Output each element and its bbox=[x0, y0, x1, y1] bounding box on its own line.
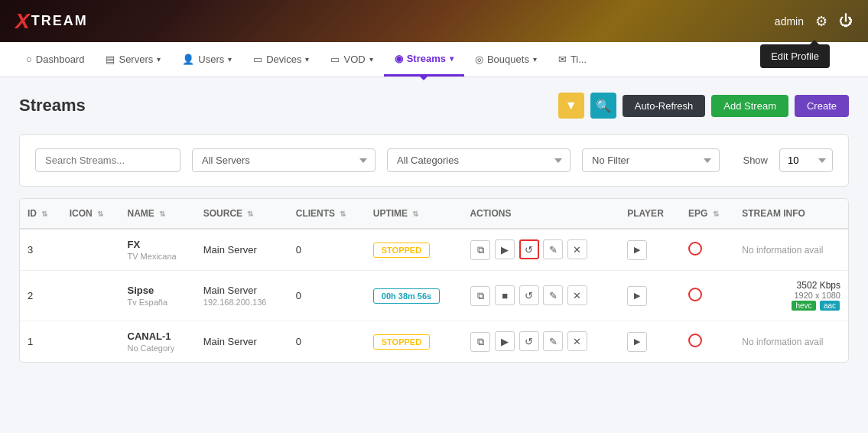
filter-button[interactable]: ▼ bbox=[558, 93, 584, 119]
row-uptime: STOPPED bbox=[366, 229, 463, 271]
logo-tream: TREAM bbox=[31, 13, 88, 29]
delete-action-button[interactable]: ✕ bbox=[567, 285, 587, 305]
col-clients: CLIENTS ⇅ bbox=[288, 199, 366, 229]
nav-bouquets-label: Bouquets bbox=[487, 54, 529, 65]
row-actions: ⧉ ■ ↺ ✎ ✕ bbox=[462, 271, 619, 321]
col-source: SOURCE ⇅ bbox=[196, 199, 288, 229]
devices-icon: ▭ bbox=[253, 54, 262, 65]
row-icon bbox=[62, 229, 120, 271]
nav-users[interactable]: 👤 Users ▾ bbox=[171, 42, 242, 77]
edit-profile-tooltip: Edit Profile bbox=[760, 44, 830, 68]
stream-subtitle: No Category bbox=[128, 343, 188, 353]
nav-dashboard[interactable]: ○ Dashboard bbox=[15, 42, 95, 77]
page-actions: ▼ 🔍 Auto-Refresh Add Stream Create bbox=[558, 93, 849, 119]
table-row: 3 FX TV Mexicana Main Server 0 STOPPED ⧉… bbox=[20, 229, 848, 271]
status-badge: STOPPED bbox=[373, 334, 430, 350]
nav-vod[interactable]: ▭ VOD ▾ bbox=[320, 42, 383, 77]
resolution-value: 1920 x 1080 bbox=[742, 291, 840, 300]
delete-action-button[interactable]: ✕ bbox=[567, 239, 587, 259]
row-clients: 0 bbox=[288, 271, 366, 321]
stream-name: Sipse bbox=[128, 285, 188, 296]
streams-caret-icon: ▾ bbox=[450, 54, 454, 63]
player-play-button[interactable]: ▶ bbox=[627, 332, 647, 352]
show-count-select[interactable]: 10 25 50 100 bbox=[779, 148, 833, 172]
row-name-cell: Sipse Tv España bbox=[120, 271, 196, 321]
categories-filter[interactable]: All Categories bbox=[387, 148, 571, 172]
nav-servers-label: Servers bbox=[119, 54, 153, 65]
nav-devices[interactable]: ▭ Devices ▾ bbox=[242, 42, 320, 77]
users-icon: 👤 bbox=[182, 54, 194, 65]
nav-tickets[interactable]: ✉ Ti... bbox=[548, 42, 597, 77]
power-icon[interactable]: ⏻ bbox=[839, 13, 853, 29]
admin-username: admin bbox=[775, 15, 804, 28]
main-content: Streams ▼ 🔍 Auto-Refresh Add Stream Crea… bbox=[0, 77, 868, 378]
audio-codec-badge: aac bbox=[820, 301, 840, 311]
row-source: Main Server 192.168.200.136 bbox=[196, 271, 288, 321]
row-epg bbox=[681, 321, 734, 363]
row-epg bbox=[681, 229, 734, 271]
restart-action-button[interactable]: ↺ bbox=[519, 285, 539, 305]
edit-action-button[interactable]: ✎ bbox=[543, 285, 563, 305]
restart-action-button[interactable]: ↺ bbox=[519, 331, 539, 351]
source-sort-icon: ⇅ bbox=[247, 210, 253, 218]
play-action-button[interactable]: ▶ bbox=[495, 331, 515, 351]
header-right: admin ⚙ ⏻ bbox=[775, 13, 853, 30]
create-button[interactable]: Create bbox=[795, 95, 849, 117]
servers-caret-icon: ▾ bbox=[157, 55, 161, 63]
nofilter-filter[interactable]: No Filter bbox=[582, 148, 720, 172]
nav-tickets-label: Ti... bbox=[571, 54, 587, 65]
streams-table-container: ID ⇅ ICON ⇅ NAME ⇅ SOURCE ⇅ CLIENTS ⇅ UP… bbox=[19, 198, 849, 363]
nav-vod-label: VOD bbox=[343, 54, 365, 65]
row-uptime: STOPPED bbox=[366, 321, 463, 363]
col-stream-info: STREAM INFO bbox=[734, 199, 848, 229]
row-actions: ⧉ ▶ ↺ ✎ ✕ bbox=[462, 321, 619, 363]
stop-action-button[interactable]: ■ bbox=[495, 285, 515, 305]
col-name: NAME ⇅ bbox=[120, 199, 196, 229]
col-uptime: UPTIME ⇅ bbox=[366, 199, 463, 229]
app-logo: X TREAM bbox=[15, 9, 88, 34]
bouquets-icon: ◎ bbox=[475, 54, 483, 65]
page-title: Streams bbox=[19, 96, 86, 116]
player-play-button[interactable]: ▶ bbox=[627, 286, 647, 306]
nav-dashboard-label: Dashboard bbox=[36, 54, 85, 65]
edit-action-button[interactable]: ✎ bbox=[543, 239, 563, 259]
page-header: Streams ▼ 🔍 Auto-Refresh Add Stream Crea… bbox=[19, 93, 849, 119]
nav-servers[interactable]: ▤ Servers ▾ bbox=[95, 42, 171, 77]
restart-action-button[interactable]: ↺ bbox=[519, 239, 539, 259]
kbps-value: 3502 Kbps bbox=[742, 280, 840, 291]
stream-name: FX bbox=[128, 239, 188, 250]
auto-refresh-button[interactable]: Auto-Refresh bbox=[623, 95, 706, 117]
row-icon bbox=[62, 321, 120, 363]
status-badge: 00h 38m 56s bbox=[373, 288, 440, 304]
bouquets-caret-icon: ▾ bbox=[533, 55, 537, 63]
clients-sort-icon: ⇅ bbox=[340, 210, 346, 218]
copy-action-button[interactable]: ⧉ bbox=[470, 286, 490, 306]
player-play-button[interactable]: ▶ bbox=[627, 240, 647, 260]
search-button[interactable]: 🔍 bbox=[590, 93, 616, 119]
servers-filter[interactable]: All Servers bbox=[192, 148, 375, 172]
stream-subtitle: TV Mexicana bbox=[128, 252, 188, 261]
add-stream-button[interactable]: Add Stream bbox=[711, 95, 788, 117]
copy-action-button[interactable]: ⧉ bbox=[470, 332, 490, 352]
filters-bar: All Servers All Categories No Filter Sho… bbox=[19, 134, 849, 187]
row-id: 3 bbox=[20, 229, 62, 271]
streams-icon: ◉ bbox=[395, 53, 403, 64]
col-id: ID ⇅ bbox=[20, 199, 62, 229]
row-epg bbox=[681, 271, 734, 321]
edit-action-button[interactable]: ✎ bbox=[543, 331, 563, 351]
epg-circle-icon bbox=[688, 242, 702, 256]
col-icon: ICON ⇅ bbox=[62, 199, 120, 229]
nav-users-label: Users bbox=[198, 54, 224, 65]
delete-action-button[interactable]: ✕ bbox=[567, 331, 587, 351]
nav-streams-label: Streams bbox=[407, 53, 446, 64]
copy-action-button[interactable]: ⧉ bbox=[470, 240, 490, 260]
name-sort-icon: ⇅ bbox=[159, 210, 165, 218]
row-id: 1 bbox=[20, 321, 62, 363]
play-action-button[interactable]: ▶ bbox=[495, 239, 515, 259]
gear-icon[interactable]: ⚙ bbox=[815, 13, 827, 30]
nav-bouquets[interactable]: ◎ Bouquets ▾ bbox=[464, 42, 548, 77]
nav-streams[interactable]: ◉ Streams ▾ bbox=[384, 42, 464, 77]
col-player: PLAYER bbox=[619, 199, 681, 229]
search-input[interactable] bbox=[35, 148, 180, 172]
show-label: Show bbox=[743, 155, 768, 166]
